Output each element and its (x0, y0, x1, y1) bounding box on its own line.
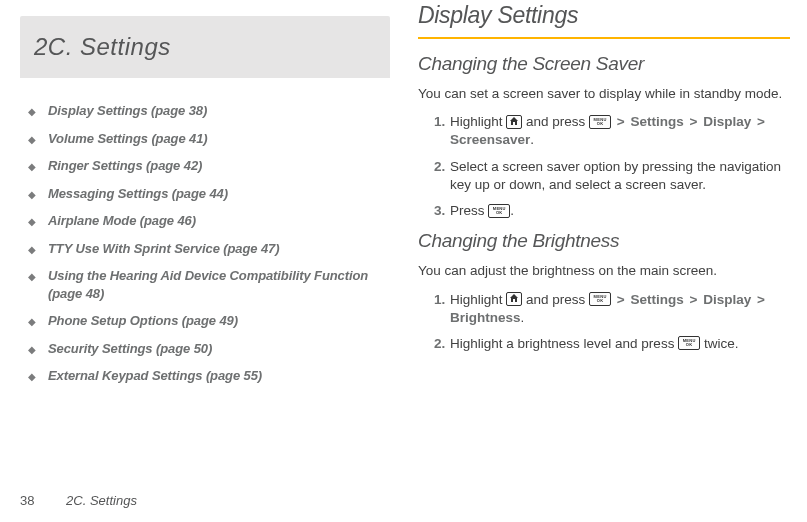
gt-icon: > (615, 114, 627, 129)
home-icon (506, 115, 522, 129)
toc-item: ◆Ringer Settings (page 42) (28, 157, 390, 175)
toc-label: Security Settings (page 50) (48, 340, 212, 358)
left-column: 2C. Settings ◆Display Settings (page 38)… (20, 16, 390, 395)
toc-item: ◆Display Settings (page 38) (28, 102, 390, 120)
toc-label: External Keypad Settings (page 55) (48, 367, 262, 385)
heading-display-settings: Display Settings (418, 2, 790, 29)
path-display: Display (703, 114, 751, 129)
menu-ok-icon: MENUOK (488, 204, 510, 218)
path-settings: Settings (631, 114, 684, 129)
menu-ok-icon: MENUOK (678, 336, 700, 350)
bullet-icon: ◆ (28, 315, 36, 329)
toc-item: ◆Phone Setup Options (page 49) (28, 312, 390, 330)
toc-label: TTY Use With Sprint Service (page 47) (48, 240, 279, 258)
toc-label: Ringer Settings (page 42) (48, 157, 202, 175)
toc-item: ◆External Keypad Settings (page 55) (28, 367, 390, 385)
toc-label: Phone Setup Options (page 49) (48, 312, 238, 330)
screensaver-steps: 1. Highlight and press MENUOK > Settings… (418, 113, 790, 220)
step-text: Highlight and press MENUOK > Settings > … (450, 114, 767, 147)
toc-item: ◆Messaging Settings (page 44) (28, 185, 390, 203)
bullet-icon: ◆ (28, 343, 36, 357)
home-icon (506, 292, 522, 306)
section-tab-title: 2C. Settings (34, 33, 171, 61)
menu-ok-icon: MENUOK (589, 115, 611, 129)
heading-brightness: Changing the Brightness (418, 230, 790, 252)
gt-icon: > (688, 292, 700, 307)
path-settings: Settings (631, 292, 684, 307)
path-display: Display (703, 292, 751, 307)
brightness-steps: 1. Highlight and press MENUOK > Settings… (418, 291, 790, 354)
step-number: 1. (434, 291, 445, 309)
page-number: 38 (20, 493, 34, 508)
manual-page: 2C. Settings ◆Display Settings (page 38)… (0, 0, 807, 522)
toc-item: ◆Volume Settings (page 41) (28, 130, 390, 148)
step-text: Press MENUOK. (450, 203, 514, 218)
bullet-icon: ◆ (28, 133, 36, 147)
heading-screensaver: Changing the Screen Saver (418, 53, 790, 75)
toc-label: Airplane Mode (page 46) (48, 212, 196, 230)
step-text: Highlight a brightness level and press M… (450, 336, 738, 351)
step-number: 2. (434, 335, 445, 353)
footer-section: 2C. Settings (66, 493, 137, 508)
page-footer: 38 2C. Settings (20, 493, 137, 508)
step-text: Highlight and press MENUOK > Settings > … (450, 292, 767, 325)
step-item: 1. Highlight and press MENUOK > Settings… (434, 113, 790, 149)
gt-icon: > (615, 292, 627, 307)
bullet-icon: ◆ (28, 370, 36, 384)
toc-item: ◆Airplane Mode (page 46) (28, 212, 390, 230)
path-screensaver: Screensaver (450, 132, 530, 147)
table-of-contents: ◆Display Settings (page 38) ◆Volume Sett… (28, 102, 390, 385)
step-number: 2. (434, 158, 445, 176)
bullet-icon: ◆ (28, 215, 36, 229)
step-item: 3. Press MENUOK. (434, 202, 790, 220)
menu-ok-icon: MENUOK (589, 292, 611, 306)
step-item: 1. Highlight and press MENUOK > Settings… (434, 291, 790, 327)
brightness-intro: You can adjust the brightness on the mai… (418, 262, 790, 280)
step-text: Select a screen saver option by pressing… (450, 159, 781, 192)
toc-item: ◆Using the Hearing Aid Device Compatibil… (28, 267, 390, 302)
bullet-icon: ◆ (28, 270, 36, 284)
step-item: 2. Highlight a brightness level and pres… (434, 335, 790, 353)
toc-item: ◆Security Settings (page 50) (28, 340, 390, 358)
section-tab: 2C. Settings (20, 16, 390, 78)
bullet-icon: ◆ (28, 188, 36, 202)
path-brightness: Brightness (450, 310, 521, 325)
screensaver-intro: You can set a screen saver to display wh… (418, 85, 790, 103)
right-column: Display Settings Changing the Screen Sav… (418, 0, 790, 363)
bullet-icon: ◆ (28, 243, 36, 257)
step-number: 3. (434, 202, 445, 220)
bullet-icon: ◆ (28, 105, 36, 119)
gt-icon: > (755, 292, 767, 307)
gt-icon: > (688, 114, 700, 129)
toc-label: Display Settings (page 38) (48, 102, 207, 120)
toc-label: Messaging Settings (page 44) (48, 185, 228, 203)
step-number: 1. (434, 113, 445, 131)
bullet-icon: ◆ (28, 160, 36, 174)
gt-icon: > (755, 114, 767, 129)
toc-label: Using the Hearing Aid Device Compatibili… (48, 267, 390, 302)
heading-rule (418, 37, 790, 39)
toc-item: ◆TTY Use With Sprint Service (page 47) (28, 240, 390, 258)
step-item: 2. Select a screen saver option by press… (434, 158, 790, 194)
toc-label: Volume Settings (page 41) (48, 130, 208, 148)
